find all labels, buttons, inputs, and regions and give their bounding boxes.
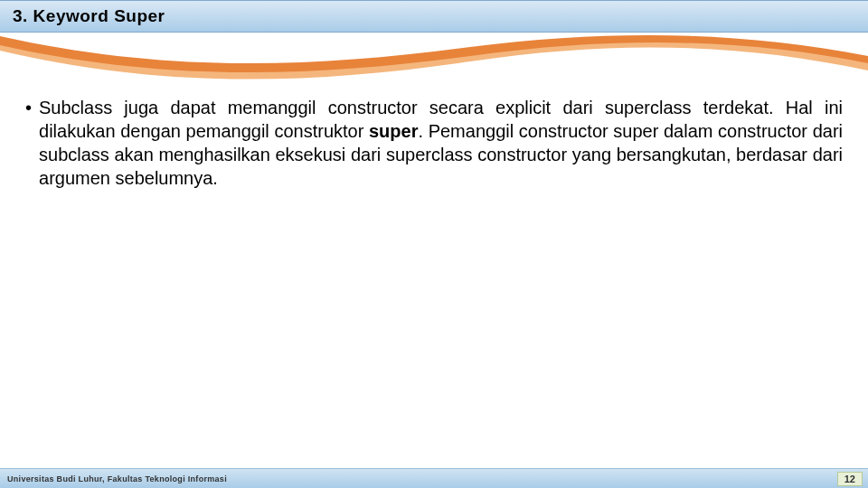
slide-footer: Universitas Budi Luhur, Fakultas Teknolo… [0,468,868,488]
bullet-dot: • [25,96,32,190]
page-number: 12 [837,472,863,486]
bullet-item: • Subclass juga dapat memanggil construc… [25,96,843,190]
slide-body: • Subclass juga dapat memanggil construc… [0,87,868,190]
wave-decoration [0,33,868,87]
text-bold: super [369,121,418,141]
footer-org: Universitas Budi Luhur, Fakultas Teknolo… [7,474,227,483]
slide-title: 3. Keyword Super [13,6,855,26]
bullet-text: Subclass juga dapat memanggil constructo… [39,96,843,190]
slide-header: 3. Keyword Super [0,0,868,33]
